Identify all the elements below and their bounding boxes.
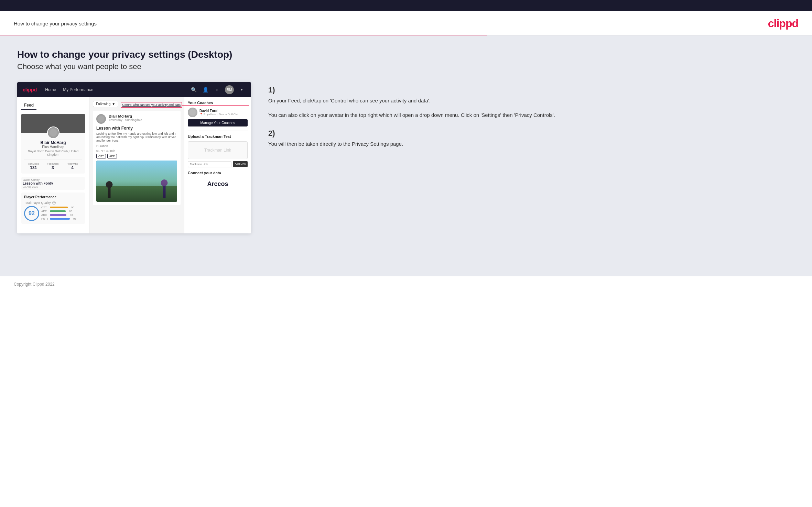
tag-app: APP [107,154,117,158]
stat-following: Following 4 [67,162,78,170]
trackman-title: Upload a Trackman Test [188,134,248,139]
add-link-button[interactable]: Add Link [233,161,248,167]
step1-number: 1) [268,86,795,95]
app-feed: Following ▼ Control who can see your act… [89,97,184,233]
coach-item: David Ford 📍 Royal North Devon Golf Club [188,108,248,117]
post-author-avatar [96,114,106,124]
chevron-down-icon: ▼ [112,102,115,106]
control-privacy-link[interactable]: Control who can see your activity and da… [122,103,181,107]
nav-my-performance[interactable]: My Performance [63,87,93,92]
post-header: Blair McHarg Yesterday · Sunningdale [96,114,177,124]
app-nav-icons: 🔍 👤 ○ BM ▼ [190,85,246,94]
breadcrumb: How to change your privacy settings [14,21,97,26]
post-title: Lesson with Fordy [96,126,177,131]
app-right-panel: Your Coaches David Ford 📍 Royal North De… [184,97,251,233]
trackman-link-input[interactable] [188,161,231,167]
profile-handicap: Plus Handicap [24,145,82,149]
app-sidebar: Feed Blair McHarg Plus Handicap Royal No… [17,97,89,233]
following-button[interactable]: Following ▼ [93,101,118,107]
post-description: Looking to feel like my hands are exitin… [96,132,177,142]
post-duration-value: 01 hr : 30 min [96,149,177,153]
coaches-title: Your Coaches [188,101,248,105]
tpq-score: 92 [24,206,39,221]
trackman-section: Upload a Trackman Test Trackman Link Add… [188,131,248,167]
coach-name: David Ford [199,109,239,113]
trackman-placeholder: Trackman Link [191,148,245,153]
step2-number: 2) [268,129,795,138]
tag-ott: OTT [96,154,106,158]
profile-card-container: Blair McHarg Plus Handicap Royal North D… [21,114,85,174]
arccos-logo: Arccos [188,178,248,190]
globe-icon[interactable]: ○ [213,86,221,93]
profile-avatar [47,126,59,139]
trackman-input-area: Trackman Link [188,141,248,159]
coach-avatar [188,108,197,117]
location-icon: 📍 [199,113,203,116]
app-screenshot: clippd Home My Performance 🔍 👤 ○ BM ▼ Fe… [17,82,251,233]
control-link-container: Control who can see your activity and da… [122,101,181,107]
clippd-logo: clippd [768,17,798,30]
feed-header: Following ▼ Control who can see your act… [93,101,181,107]
step2-text: You will then be taken directly to the P… [268,140,795,148]
post-image [96,161,177,202]
step1-extra-text: You can also click on your avatar in the… [268,111,795,119]
post-author-name: Blair McHarg [109,114,142,118]
connect-title: Connect your data [188,171,248,175]
app-navbar: clippd Home My Performance 🔍 👤 ○ BM ▼ [17,82,251,97]
bar-ott: OTT 90 [41,206,82,209]
top-bar [0,0,812,11]
feed-post: Blair McHarg Yesterday · Sunningdale Les… [93,111,181,205]
content-row: clippd Home My Performance 🔍 👤 ○ BM ▼ Fe… [17,82,795,233]
tpq-row: 92 OTT 90 APP 85 [24,206,82,221]
post-date: Yesterday · Sunningdale [109,118,142,122]
tpq-bars: OTT 90 APP 85 ARG [41,206,82,221]
bar-app: APP 85 [41,210,82,213]
instructions-panel: 1) On your Feed, click/tap on 'Control w… [261,82,795,158]
instruction-step2: 2) You will then be taken directly to th… [268,129,795,148]
step1-text: On your Feed, click/tap on 'Control who … [268,97,795,105]
connect-section: Connect your data Arccos [188,167,248,190]
page-title: How to change your privacy settings (Des… [17,49,795,60]
app-body: Feed Blair McHarg Plus Handicap Royal No… [17,97,251,233]
profile-stats: Activities 131 Followers 3 Following 4 [24,159,82,170]
profile-banner [21,114,85,133]
nav-home[interactable]: Home [45,87,56,92]
bar-putt: PUTT 96 [41,217,82,220]
profile-club: Royal North Devon Golf Club, United King… [24,150,82,156]
app-logo: clippd [23,87,37,92]
copyright: Copyright Clippd 2022 [14,282,55,287]
user-avatar[interactable]: BM [225,85,234,94]
coach-club: 📍 Royal North Devon Golf Club [199,113,239,116]
page-subtitle: Choose what you want people to see [17,62,795,71]
manage-coaches-button[interactable]: Manage Your Coaches [188,119,248,126]
post-duration-label: Duration [96,144,177,148]
feed-tab[interactable]: Feed [21,101,36,110]
player-performance: Player Performance Total Player Quality … [21,192,85,224]
chevron-down-icon[interactable]: ▼ [238,86,246,93]
trackman-input-row: Add Link [188,161,248,167]
search-icon[interactable]: 🔍 [190,86,197,93]
post-tags: OTT APP [96,154,177,158]
bar-arg: ARG 86 [41,213,82,217]
instruction-step1: 1) On your Feed, click/tap on 'Control w… [268,86,795,119]
header: How to change your privacy settings clip… [0,11,812,35]
profile-name: Blair McHarg [24,140,82,145]
app-nav-links: Home My Performance [45,87,190,92]
main-content: How to change your privacy settings (Des… [0,35,812,276]
latest-activity: Latest Activity Lesson with Fordy 03 Aug… [21,177,85,190]
person-icon[interactable]: 👤 [202,86,209,93]
stat-activities: Activities 131 [28,162,39,170]
coaches-section: Your Coaches David Ford 📍 Royal North De… [188,101,248,126]
stat-followers: Followers 3 [47,162,58,170]
footer: Copyright Clippd 2022 [0,276,812,292]
